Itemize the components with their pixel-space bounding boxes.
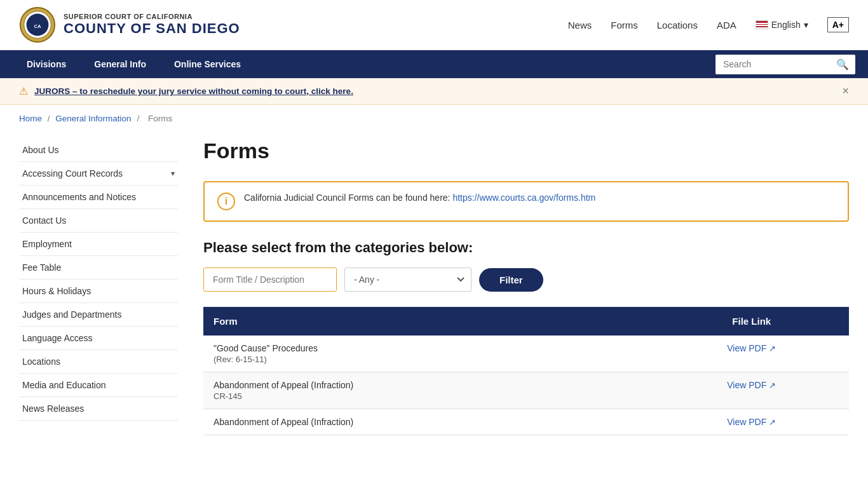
view-pdf-link[interactable]: View PDF ↗ xyxy=(727,380,776,390)
sidebar-item[interactable]: Locations xyxy=(19,350,178,374)
external-link-icon: ↗ xyxy=(769,417,776,427)
view-pdf-link[interactable]: View PDF ↗ xyxy=(727,417,776,427)
form-name: Abandonment of Appeal (Infraction) xyxy=(214,417,644,427)
sidebar-item[interactable]: Language Access xyxy=(19,327,178,350)
site-header: CA SUPERIOR COURT OF CALIFORNIA COUNTY O… xyxy=(0,0,868,50)
logo-bottom-line: COUNTY OF SAN DIEGO xyxy=(64,20,240,37)
main-content: Forms i California Judicial Council Form… xyxy=(203,132,849,435)
sidebar: About UsAccessing Court Records▾Announce… xyxy=(19,132,178,435)
sidebar-item[interactable]: About Us xyxy=(19,139,178,162)
sidebar-item[interactable]: Hours & Holidays xyxy=(19,280,178,303)
form-code: CR-145 xyxy=(214,391,644,401)
filter-row: - Any -CivilCriminalFamily LawProbateSma… xyxy=(203,268,849,292)
sidebar-item-label: Hours & Holidays xyxy=(22,286,91,296)
sidebar-item-label: Media and Education xyxy=(22,380,106,390)
language-selector[interactable]: English ▾ xyxy=(756,20,808,30)
table-row: Abandonment of Appeal (Infraction) CR-14… xyxy=(203,372,849,409)
category-select[interactable]: - Any -CivilCriminalFamily LawProbateSma… xyxy=(344,268,471,292)
table-body: "Good Cause" Procedures (Rev: 6-15-11) V… xyxy=(203,336,849,435)
alert-banner: ⚠ JURORS – to reschedule your jury servi… xyxy=(0,78,868,105)
sidebar-item[interactable]: Judges and Departments xyxy=(19,303,178,327)
main-layout: About UsAccessing Court Records▾Announce… xyxy=(0,132,868,461)
col-file-link: File Link xyxy=(654,307,849,336)
breadcrumb: Home / General Information / Forms xyxy=(0,105,868,132)
nav-forms[interactable]: Forms xyxy=(611,20,638,30)
alert-close-button[interactable]: × xyxy=(842,85,849,98)
sidebar-item-label: Employment xyxy=(22,239,72,249)
alert-link[interactable]: JURORS – to reschedule your jury service… xyxy=(34,86,353,96)
sidebar-item[interactable]: Accessing Court Records▾ xyxy=(19,162,178,186)
court-seal-icon: CA xyxy=(19,6,56,43)
search-wrapper: 🔍 xyxy=(715,55,855,74)
font-size-button[interactable]: A+ xyxy=(827,17,849,32)
sidebar-item-label: Contact Us xyxy=(22,215,66,226)
page-title: Forms xyxy=(203,139,849,163)
svg-text:CA: CA xyxy=(34,24,41,29)
sidebar-item-label: Language Access xyxy=(22,333,93,343)
col-form: Form xyxy=(203,307,654,336)
sidebar-item[interactable]: News Releases xyxy=(19,397,178,421)
search-button[interactable]: 🔍 xyxy=(830,55,855,74)
sidebar-item-label: Announcements and Notices xyxy=(22,192,136,202)
info-box-label: California Judicial Council Forms can be… xyxy=(244,193,451,203)
logo-area: CA SUPERIOR COURT OF CALIFORNIA COUNTY O… xyxy=(19,6,240,43)
info-icon: i xyxy=(217,193,235,210)
sidebar-item[interactable]: Fee Table xyxy=(19,256,178,280)
breadcrumb-sep-2: / xyxy=(137,114,142,123)
sidebar-item[interactable]: Announcements and Notices xyxy=(19,186,178,209)
external-link-icon: ↗ xyxy=(769,381,776,390)
nav-general-info[interactable]: General Info xyxy=(80,50,160,78)
alert-icon: ⚠ xyxy=(19,85,28,97)
language-label: English xyxy=(771,20,801,30)
breadcrumb-general-info[interactable]: General Information xyxy=(55,114,131,123)
sidebar-item-label: News Releases xyxy=(22,403,84,414)
filter-button[interactable]: Filter xyxy=(479,268,543,292)
sidebar-item-label: Judges and Departments xyxy=(22,309,121,320)
info-box: i California Judicial Council Forms can … xyxy=(203,181,849,222)
nav-news[interactable]: News xyxy=(568,20,592,30)
forms-table: Form File Link "Good Cause" Procedures (… xyxy=(203,307,849,435)
secondary-nav: Divisions General Info Online Services 🔍 xyxy=(0,50,868,78)
logo-top-line: SUPERIOR COURT OF CALIFORNIA xyxy=(64,13,240,20)
table-row: "Good Cause" Procedures (Rev: 6-15-11) V… xyxy=(203,336,849,372)
breadcrumb-sep-1: / xyxy=(48,114,53,123)
nav-online-services[interactable]: Online Services xyxy=(160,50,255,78)
nav-ada[interactable]: ADA xyxy=(717,20,736,30)
nav-locations[interactable]: Locations xyxy=(657,20,698,30)
search-input[interactable] xyxy=(715,55,830,73)
sidebar-item-label: Accessing Court Records xyxy=(22,168,123,179)
sidebar-item-label: About Us xyxy=(22,145,59,155)
form-name: Abandonment of Appeal (Infraction) xyxy=(214,380,644,390)
sidebar-item[interactable]: Contact Us xyxy=(19,209,178,233)
sidebar-item[interactable]: Media and Education xyxy=(19,374,178,397)
table-header-row: Form File Link xyxy=(203,307,849,336)
search-icon: 🔍 xyxy=(836,59,849,70)
info-box-text: California Judicial Council Forms can be… xyxy=(244,193,595,203)
language-chevron-icon: ▾ xyxy=(804,20,808,30)
nav-divisions[interactable]: Divisions xyxy=(13,50,80,78)
logo-text: SUPERIOR COURT OF CALIFORNIA COUNTY OF S… xyxy=(64,13,240,37)
form-code: (Rev: 6-15-11) xyxy=(214,355,644,364)
form-title-input[interactable] xyxy=(203,268,337,292)
info-box-link[interactable]: https://www.courts.ca.gov/forms.htm xyxy=(452,193,595,203)
form-name: "Good Cause" Procedures xyxy=(214,343,644,353)
sidebar-item[interactable]: Employment xyxy=(19,233,178,256)
breadcrumb-home[interactable]: Home xyxy=(19,114,42,123)
main-nav: News Forms Locations ADA English ▾ A+ xyxy=(568,17,849,32)
flag-icon xyxy=(756,20,768,29)
chevron-down-icon: ▾ xyxy=(171,169,175,178)
sidebar-item-label: Fee Table xyxy=(22,262,61,273)
breadcrumb-current: Forms xyxy=(148,114,172,123)
category-heading: Please select from the categories below: xyxy=(203,240,849,256)
table-row: Abandonment of Appeal (Infraction) View … xyxy=(203,409,849,435)
search-box: 🔍 xyxy=(715,55,855,74)
external-link-icon: ↗ xyxy=(769,344,776,353)
view-pdf-link[interactable]: View PDF ↗ xyxy=(727,343,776,353)
sidebar-item-label: Locations xyxy=(22,356,60,367)
